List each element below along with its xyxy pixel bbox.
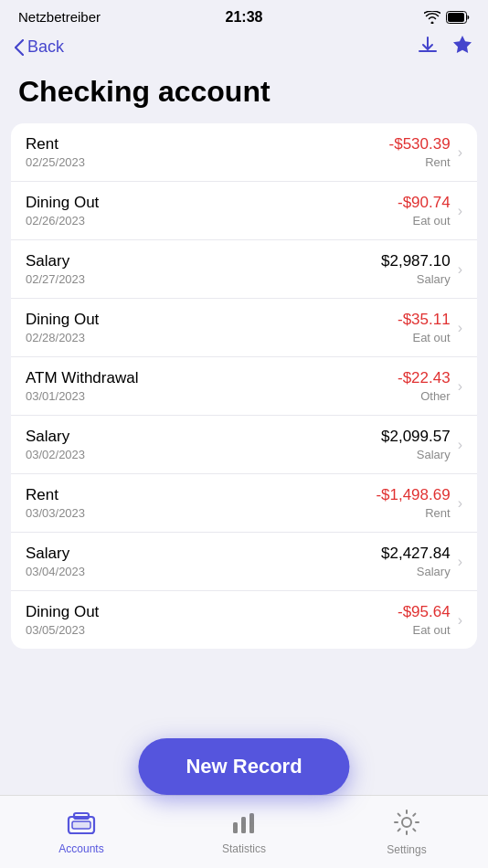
record-right: -$1,498.69 Rent — [376, 486, 450, 520]
chevron-right-icon: › — [458, 203, 462, 219]
record-right: $2,099.57 Salary — [381, 428, 451, 461]
record-amount: $2,099.57 — [381, 428, 451, 446]
record-left: Salary 03/04/2023 — [26, 545, 381, 578]
tab-accounts[interactable]: Accounts — [0, 810, 163, 855]
record-amount: -$1,498.69 — [376, 486, 450, 504]
record-name: Salary — [26, 428, 381, 446]
record-left: Rent 02/25/2023 — [26, 135, 389, 169]
battery-icon — [446, 11, 470, 24]
record-date: 03/01/2023 — [26, 389, 398, 403]
record-amount: $2,987.10 — [381, 252, 451, 270]
page-title: Checking account — [18, 75, 470, 109]
record-left: Dining Out 02/26/2023 — [26, 194, 398, 228]
record-name: Dining Out — [26, 194, 398, 212]
chevron-right-icon: › — [458, 378, 462, 395]
record-left: Dining Out 02/28/2023 — [26, 311, 398, 344]
record-item[interactable]: Dining Out 03/05/2023 -$95.64 Eat out › — [11, 591, 477, 649]
svg-rect-8 — [249, 813, 254, 833]
record-right: -$22.43 Other — [398, 369, 451, 403]
record-name: Salary — [26, 252, 381, 270]
record-amount: -$90.74 — [398, 194, 451, 212]
record-name: Rent — [26, 486, 376, 504]
record-name: Dining Out — [26, 311, 398, 329]
new-record-container: New Record — [138, 738, 349, 795]
chevron-left-icon — [15, 39, 24, 56]
carrier-label: Netzbetreiber — [18, 9, 101, 25]
records-list: Rent 02/25/2023 -$530.39 Rent › Dining O… — [11, 123, 477, 649]
record-date: 03/03/2023 — [26, 506, 376, 520]
record-date: 02/26/2023 — [26, 214, 398, 228]
chevron-right-icon: › — [458, 554, 462, 570]
record-date: 02/27/2023 — [26, 272, 381, 286]
record-category: Eat out — [412, 331, 450, 344]
record-item[interactable]: Dining Out 02/28/2023 -$35.11 Eat out › — [11, 299, 477, 357]
record-name: ATM Withdrawal — [26, 369, 398, 387]
chevron-right-icon: › — [458, 612, 462, 629]
record-left: Salary 02/27/2023 — [26, 252, 381, 286]
record-category: Other — [420, 389, 451, 403]
record-left: ATM Withdrawal 03/01/2023 — [26, 369, 398, 403]
chevron-right-icon: › — [458, 320, 462, 336]
record-right: -$530.39 Rent — [389, 135, 451, 169]
record-category: Rent — [425, 155, 450, 169]
tab-statistics-label: Statistics — [222, 842, 266, 855]
new-record-button[interactable]: New Record — [138, 738, 349, 795]
record-category: Salary — [417, 272, 451, 286]
svg-rect-7 — [241, 817, 246, 833]
record-item[interactable]: Salary 02/27/2023 $2,987.10 Salary › — [11, 240, 477, 299]
page-title-section: Checking account — [0, 69, 488, 123]
nav-actions — [417, 34, 473, 60]
nav-bar: Back — [0, 30, 488, 69]
record-item[interactable]: Rent 03/03/2023 -$1,498.69 Rent › — [11, 474, 477, 533]
record-right: -$90.74 Eat out — [398, 194, 451, 228]
record-amount: $2,427.84 — [381, 545, 451, 563]
record-right: -$95.64 Eat out — [398, 603, 451, 637]
statistics-icon — [229, 810, 259, 839]
record-left: Dining Out 03/05/2023 — [26, 603, 398, 637]
svg-point-9 — [402, 818, 411, 827]
record-left: Rent 03/03/2023 — [26, 486, 376, 520]
star-button[interactable] — [451, 34, 473, 60]
record-right: $2,987.10 Salary — [381, 252, 451, 286]
tab-statistics[interactable]: Statistics — [163, 810, 325, 855]
record-item[interactable]: ATM Withdrawal 03/01/2023 -$22.43 Other … — [11, 357, 477, 416]
record-name: Rent — [26, 135, 389, 153]
record-category: Salary — [417, 565, 451, 578]
record-right: -$35.11 Eat out — [398, 311, 451, 344]
settings-icon — [393, 809, 420, 840]
record-category: Eat out — [412, 214, 450, 228]
tab-accounts-label: Accounts — [58, 842, 103, 855]
tab-bar: Accounts Statistics Settings — [0, 795, 488, 868]
status-right — [424, 11, 470, 24]
chevron-right-icon: › — [458, 437, 462, 453]
record-category: Salary — [417, 448, 451, 461]
record-category: Eat out — [412, 623, 450, 637]
back-button[interactable]: Back — [15, 37, 64, 57]
record-date: 02/25/2023 — [26, 155, 389, 169]
download-icon — [417, 36, 439, 54]
record-date: 03/05/2023 — [26, 623, 398, 637]
svg-rect-6 — [233, 822, 238, 833]
star-icon — [451, 34, 473, 56]
record-date: 03/04/2023 — [26, 565, 381, 578]
record-item[interactable]: Rent 02/25/2023 -$530.39 Rent › — [11, 123, 477, 182]
record-category: Rent — [425, 506, 450, 520]
record-amount: -$530.39 — [389, 135, 451, 153]
record-item[interactable]: Salary 03/04/2023 $2,427.84 Salary › — [11, 533, 477, 591]
chevron-right-icon: › — [458, 261, 462, 278]
record-name: Dining Out — [26, 603, 398, 621]
back-label: Back — [27, 37, 64, 57]
record-right: $2,427.84 Salary — [381, 545, 451, 578]
record-item[interactable]: Salary 03/02/2023 $2,099.57 Salary › — [11, 416, 477, 474]
time-label: 21:38 — [226, 9, 263, 26]
record-item[interactable]: Dining Out 02/26/2023 -$90.74 Eat out › — [11, 182, 477, 240]
chevron-right-icon: › — [458, 144, 462, 161]
accounts-icon — [67, 810, 96, 839]
record-name: Salary — [26, 545, 381, 563]
download-button[interactable] — [417, 36, 439, 58]
tab-settings[interactable]: Settings — [325, 809, 488, 856]
svg-rect-1 — [448, 13, 464, 22]
record-amount: -$35.11 — [398, 311, 451, 329]
record-date: 03/02/2023 — [26, 448, 381, 461]
record-amount: -$95.64 — [398, 603, 451, 621]
